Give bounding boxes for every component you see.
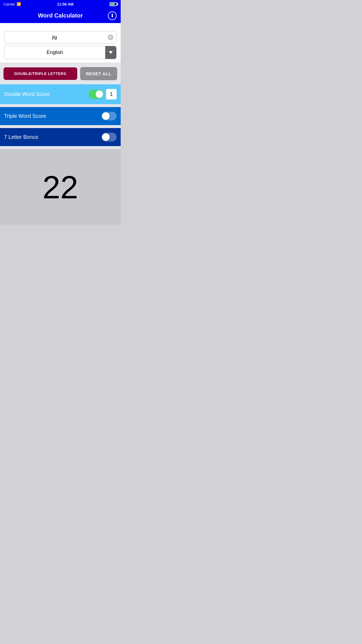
triple-word-toggle[interactable] (101, 112, 117, 120)
word-input-row: × (4, 31, 117, 43)
score-area: 22 (0, 149, 121, 225)
battery-indicator: ⚡ (110, 2, 117, 6)
carrier-label: Carrier (3, 2, 15, 6)
score-value: 22 (43, 171, 78, 203)
double-word-row: Double Word Score 1 (0, 84, 121, 104)
language-dropdown-button[interactable] (105, 46, 116, 59)
triple-word-thumb (102, 112, 110, 120)
double-triple-button[interactable]: DOUBLE/TRIPLE LETTERS (3, 67, 77, 80)
charging-icon: ⚡ (112, 3, 115, 6)
word-input[interactable] (4, 32, 105, 43)
double-word-toggle[interactable] (89, 90, 104, 99)
search-area: × English (0, 27, 121, 63)
seven-letter-thumb (102, 133, 110, 141)
info-button[interactable]: ℹ (108, 11, 117, 20)
carrier-info: Carrier 📶 (3, 2, 21, 6)
seven-letter-toggle[interactable] (101, 133, 117, 141)
separator-2 (0, 125, 121, 128)
app-title: Word Calculator (38, 12, 83, 19)
wifi-icon: 📶 (17, 2, 21, 6)
header-spacer (0, 23, 121, 27)
triple-word-row: Triple Word Score (0, 107, 121, 125)
status-time: 11:56 AM (57, 2, 74, 6)
double-word-thumb (96, 90, 103, 98)
seven-letter-label: 7 Letter Bonus (4, 134, 38, 140)
app-header: Word Calculator ℹ (0, 8, 121, 23)
separator-1 (0, 104, 121, 107)
double-word-count: 1 (106, 89, 117, 99)
double-word-controls: 1 (89, 89, 117, 99)
battery-icon: ⚡ (110, 2, 117, 6)
separator-3 (0, 146, 121, 149)
triple-word-label: Triple Word Score (4, 113, 46, 119)
language-label: English (4, 47, 105, 58)
seven-letter-controls (101, 133, 117, 141)
reset-all-button[interactable]: RESET ALL (80, 67, 117, 80)
clear-button[interactable]: × (105, 34, 116, 40)
status-bar: Carrier 📶 11:56 AM ⚡ (0, 0, 121, 8)
double-word-label: Double Word Score (4, 91, 50, 97)
seven-letter-row: 7 Letter Bonus (0, 128, 121, 146)
action-buttons-row: DOUBLE/TRIPLE LETTERS RESET ALL (0, 63, 121, 84)
clear-icon: × (108, 34, 113, 40)
language-row: English (4, 46, 117, 59)
triple-word-controls (101, 112, 117, 120)
controls-section: DOUBLE/TRIPLE LETTERS RESET ALL Double W… (0, 63, 121, 149)
dropdown-arrow-icon (109, 51, 113, 54)
